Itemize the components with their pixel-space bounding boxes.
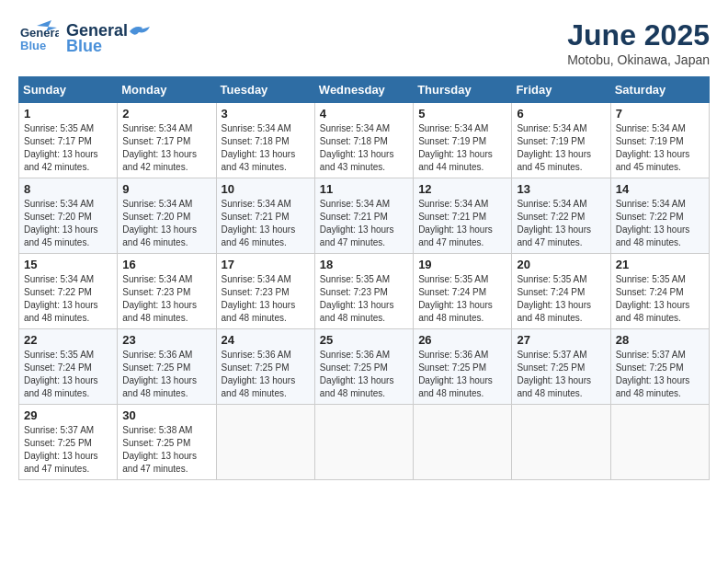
day-number: 18: [320, 258, 408, 271]
day-info: Sunrise: 5:34 AM Sunset: 7:23 PM Dayligh…: [222, 273, 310, 325]
day-info: Sunrise: 5:35 AM Sunset: 7:24 PM Dayligh…: [24, 349, 112, 400]
day-cell: 25 Sunrise: 5:36 AM Sunset: 7:25 PM Dayl…: [314, 329, 413, 405]
day-cell: 8 Sunrise: 5:34 AM Sunset: 7:20 PM Dayli…: [19, 178, 118, 254]
day-info: Sunrise: 5:34 AM Sunset: 7:19 PM Dayligh…: [616, 122, 704, 174]
day-cell: 2 Sunrise: 5:34 AM Sunset: 7:17 PM Dayli…: [118, 103, 216, 178]
day-info: Sunrise: 5:37 AM Sunset: 7:25 PM Dayligh…: [24, 424, 112, 476]
day-cell: 22 Sunrise: 5:35 AM Sunset: 7:24 PM Dayl…: [19, 329, 118, 405]
day-cell: 28 Sunrise: 5:37 AM Sunset: 7:25 PM Dayl…: [610, 329, 709, 405]
day-info: Sunrise: 5:37 AM Sunset: 7:25 PM Dayligh…: [517, 349, 605, 400]
day-info: Sunrise: 5:35 AM Sunset: 7:24 PM Dayligh…: [517, 273, 605, 325]
day-number: 12: [418, 182, 506, 196]
day-cell: 27 Sunrise: 5:37 AM Sunset: 7:25 PM Dayl…: [512, 329, 610, 405]
empty-cell: [512, 405, 610, 480]
day-info: Sunrise: 5:34 AM Sunset: 7:21 PM Dayligh…: [222, 198, 310, 249]
day-cell: 30 Sunrise: 5:38 AM Sunset: 7:25 PM Dayl…: [118, 405, 216, 480]
day-cell: 24 Sunrise: 5:36 AM Sunset: 7:25 PM Dayl…: [216, 329, 314, 405]
day-cell: 21 Sunrise: 5:35 AM Sunset: 7:24 PM Dayl…: [610, 254, 709, 329]
day-number: 11: [320, 182, 408, 196]
empty-cell: [610, 405, 709, 480]
day-number: 3: [222, 107, 310, 121]
day-cell: 9 Sunrise: 5:34 AM Sunset: 7:20 PM Dayli…: [118, 178, 216, 254]
day-info: Sunrise: 5:35 AM Sunset: 7:24 PM Dayligh…: [616, 273, 704, 325]
day-info: Sunrise: 5:34 AM Sunset: 7:21 PM Dayligh…: [320, 198, 408, 249]
day-cell: 23 Sunrise: 5:36 AM Sunset: 7:25 PM Dayl…: [118, 329, 216, 405]
day-number: 24: [222, 333, 310, 347]
day-info: Sunrise: 5:34 AM Sunset: 7:22 PM Dayligh…: [24, 273, 112, 325]
calendar-table: Sunday Monday Tuesday Wednesday Thursday…: [18, 76, 710, 480]
day-cell: 12 Sunrise: 5:34 AM Sunset: 7:21 PM Dayl…: [414, 178, 512, 254]
day-number: 20: [517, 258, 605, 271]
calendar-header-row: Sunday Monday Tuesday Wednesday Thursday…: [19, 77, 710, 103]
day-number: 5: [418, 107, 506, 121]
day-info: Sunrise: 5:34 AM Sunset: 7:18 PM Dayligh…: [320, 122, 408, 174]
day-info: Sunrise: 5:35 AM Sunset: 7:23 PM Dayligh…: [320, 273, 408, 325]
day-cell: 11 Sunrise: 5:34 AM Sunset: 7:21 PM Dayl…: [314, 178, 413, 254]
day-info: Sunrise: 5:35 AM Sunset: 7:17 PM Dayligh…: [24, 122, 112, 174]
day-cell: 14 Sunrise: 5:34 AM Sunset: 7:22 PM Dayl…: [610, 178, 709, 254]
col-tuesday: Tuesday: [216, 77, 314, 103]
day-cell: 10 Sunrise: 5:34 AM Sunset: 7:21 PM Dayl…: [216, 178, 314, 254]
day-cell: 18 Sunrise: 5:35 AM Sunset: 7:23 PM Dayl…: [314, 254, 413, 329]
day-number: 14: [616, 182, 704, 196]
day-number: 1: [24, 107, 112, 121]
day-number: 15: [24, 258, 112, 271]
title-block: June 2025 Motobu, Okinawa, Japan: [567, 18, 710, 67]
col-thursday: Thursday: [414, 77, 512, 103]
day-info: Sunrise: 5:35 AM Sunset: 7:24 PM Dayligh…: [418, 273, 506, 325]
calendar-week-row: 22 Sunrise: 5:35 AM Sunset: 7:24 PM Dayl…: [19, 329, 710, 405]
logo: General Blue General Blue: [18, 18, 150, 59]
day-number: 19: [418, 258, 506, 271]
page-header: General Blue General Blue June 2025 Moto…: [18, 18, 710, 67]
day-number: 21: [616, 258, 704, 271]
day-number: 27: [517, 333, 605, 347]
day-cell: 26 Sunrise: 5:36 AM Sunset: 7:25 PM Dayl…: [414, 329, 512, 405]
calendar-week-row: 15 Sunrise: 5:34 AM Sunset: 7:22 PM Dayl…: [19, 254, 710, 329]
col-friday: Friday: [512, 77, 610, 103]
location: Motobu, Okinawa, Japan: [567, 52, 710, 67]
month-title: June 2025: [567, 18, 710, 52]
day-number: 22: [24, 333, 112, 347]
logo-icon: General Blue: [18, 18, 59, 59]
day-number: 8: [24, 182, 112, 196]
day-info: Sunrise: 5:36 AM Sunset: 7:25 PM Dayligh…: [122, 349, 210, 400]
day-info: Sunrise: 5:36 AM Sunset: 7:25 PM Dayligh…: [418, 349, 506, 400]
day-number: 7: [616, 107, 704, 121]
day-cell: 4 Sunrise: 5:34 AM Sunset: 7:18 PM Dayli…: [314, 103, 413, 178]
day-cell: 5 Sunrise: 5:34 AM Sunset: 7:19 PM Dayli…: [414, 103, 512, 178]
day-number: 4: [320, 107, 408, 121]
day-cell: 6 Sunrise: 5:34 AM Sunset: 7:19 PM Dayli…: [512, 103, 610, 178]
day-info: Sunrise: 5:34 AM Sunset: 7:22 PM Dayligh…: [616, 198, 704, 249]
day-number: 2: [122, 107, 210, 121]
day-info: Sunrise: 5:34 AM Sunset: 7:17 PM Dayligh…: [122, 122, 210, 174]
empty-cell: [216, 405, 314, 480]
day-cell: 15 Sunrise: 5:34 AM Sunset: 7:22 PM Dayl…: [19, 254, 118, 329]
day-number: 10: [222, 182, 310, 196]
day-info: Sunrise: 5:34 AM Sunset: 7:22 PM Dayligh…: [517, 198, 605, 249]
day-info: Sunrise: 5:34 AM Sunset: 7:20 PM Dayligh…: [24, 198, 112, 249]
col-sunday: Sunday: [19, 77, 118, 103]
calendar-week-row: 8 Sunrise: 5:34 AM Sunset: 7:20 PM Dayli…: [19, 178, 710, 254]
day-cell: 16 Sunrise: 5:34 AM Sunset: 7:23 PM Dayl…: [118, 254, 216, 329]
empty-cell: [414, 405, 512, 480]
calendar-week-row: 1 Sunrise: 5:35 AM Sunset: 7:17 PM Dayli…: [19, 103, 710, 178]
day-number: 26: [418, 333, 506, 347]
day-number: 30: [122, 408, 210, 422]
day-info: Sunrise: 5:34 AM Sunset: 7:19 PM Dayligh…: [517, 122, 605, 174]
calendar-week-row: 29 Sunrise: 5:37 AM Sunset: 7:25 PM Dayl…: [19, 405, 710, 480]
col-wednesday: Wednesday: [314, 77, 413, 103]
empty-cell: [314, 405, 413, 480]
day-number: 16: [122, 258, 210, 271]
day-info: Sunrise: 5:34 AM Sunset: 7:20 PM Dayligh…: [122, 198, 210, 249]
day-info: Sunrise: 5:34 AM Sunset: 7:19 PM Dayligh…: [418, 122, 506, 174]
day-cell: 17 Sunrise: 5:34 AM Sunset: 7:23 PM Dayl…: [216, 254, 314, 329]
day-cell: 19 Sunrise: 5:35 AM Sunset: 7:24 PM Dayl…: [414, 254, 512, 329]
col-saturday: Saturday: [610, 77, 709, 103]
day-cell: 20 Sunrise: 5:35 AM Sunset: 7:24 PM Dayl…: [512, 254, 610, 329]
day-number: 17: [222, 258, 310, 271]
day-info: Sunrise: 5:34 AM Sunset: 7:21 PM Dayligh…: [418, 198, 506, 249]
logo-bird-icon: [130, 25, 150, 38]
day-info: Sunrise: 5:34 AM Sunset: 7:18 PM Dayligh…: [222, 122, 310, 174]
day-info: Sunrise: 5:36 AM Sunset: 7:25 PM Dayligh…: [222, 349, 310, 400]
day-number: 13: [517, 182, 605, 196]
